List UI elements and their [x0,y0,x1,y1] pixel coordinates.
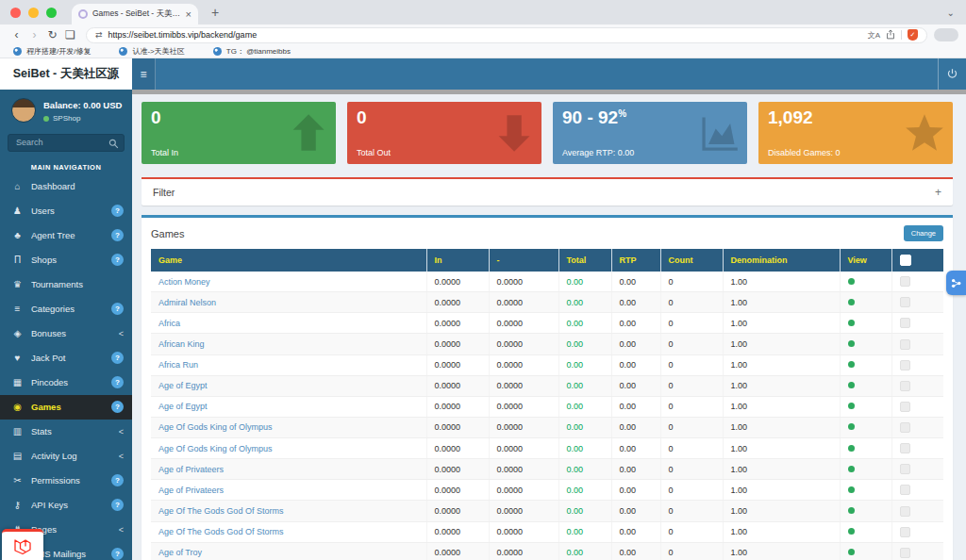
select-all-checkbox[interactable] [900,255,911,266]
cell-in: 0.0000 [426,459,489,480]
sidebar-item[interactable]: ♟ Users ? [0,199,132,223]
column-header[interactable]: In [426,249,489,272]
filter-panel[interactable]: Filter + [142,177,953,206]
row-checkbox[interactable] [900,381,910,391]
forward-button[interactable]: › [25,28,43,41]
sidebar-item[interactable]: ▥ Stats < [0,420,132,444]
sidebar-item[interactable]: ♣ Agent Tree ? [0,223,132,248]
row-checkbox[interactable] [900,402,910,412]
cell-out: 0.0000 [489,354,558,375]
stat-card-total-in[interactable]: 0 Total In [142,102,336,164]
column-header[interactable]: Game [151,249,426,272]
table-row: Action Money 0.0000 0.0000 0.00 0.00 0 1… [151,272,943,292]
stat-card-average-rtp[interactable]: 90 - 92% Average RTP: 0.00 [553,102,747,164]
sidebar-item[interactable]: ⌂ Dashboard [0,174,132,199]
reload-button[interactable]: ↻ [43,28,61,41]
sidebar-item[interactable]: ✂ Permissions ? [0,469,132,493]
sidebar-item[interactable]: ◈ Bonuses < [0,321,132,346]
game-link[interactable]: Age of Privateers [158,465,224,474]
game-link[interactable]: Age of Privateers [158,486,224,495]
sidebar-item[interactable]: Π Shops ? [0,248,132,272]
profile-placeholder[interactable] [934,28,958,41]
game-link[interactable]: Africa Run [158,360,198,370]
sidebar-toggle-button[interactable]: ≡ [132,58,156,90]
row-checkbox[interactable] [900,527,910,537]
row-checkbox[interactable] [900,506,910,517]
view-status-icon [848,486,855,493]
horizontal-scrollbar[interactable] [132,90,966,94]
back-button[interactable]: ‹ [8,28,25,41]
sidebar-item[interactable]: ⚷ API Keys ? [0,493,132,518]
new-tab-button[interactable]: + [211,5,219,20]
row-checkbox[interactable] [900,339,910,350]
logout-button[interactable] [938,58,966,90]
row-checkbox[interactable] [900,422,910,433]
row-checkbox[interactable] [900,548,910,558]
game-link[interactable]: Age Of The Gods God Of Storms [158,506,283,516]
search-input[interactable] [8,134,125,152]
cell-denomination: 1.00 [723,438,840,459]
bookmark-item[interactable]: 程序搭建/开发/修复 [13,46,91,57]
sidebar-item[interactable]: ≡ Categories ? [0,297,132,321]
column-header[interactable]: Denomination [723,249,840,272]
floating-share-button[interactable] [946,271,966,295]
game-link[interactable]: Action Money [158,277,210,287]
game-link[interactable]: Age Of The Gods God Of Storms [158,527,283,536]
minimize-window-button[interactable] [28,8,39,18]
change-button[interactable]: Change [904,225,943,241]
row-checkbox[interactable] [900,360,910,371]
address-bar[interactable]: ⇄ https://seibet.timibbs.vip/backend/gam… [86,27,927,43]
brand-logo[interactable]: SeiBet - 天美社区源 [0,58,132,90]
sidebar-item[interactable]: ♛ Tournaments [0,272,132,297]
view-status-icon [848,549,855,555]
tab-overview-chevron-icon[interactable]: ⌄ [947,8,955,18]
game-link[interactable]: Age Of Gods King of Olympus [158,422,273,432]
sidebar-item[interactable]: ▦ Pincodes ? [0,371,132,395]
close-window-button[interactable] [10,8,21,18]
translate-icon[interactable]: 文A [868,30,880,41]
row-checkbox[interactable] [900,443,910,453]
cell-denomination: 1.00 [723,272,840,292]
game-link[interactable]: Admiral Nelson [158,298,216,307]
cell-count: 0 [660,521,723,542]
game-link[interactable]: Age of Egypt [158,381,208,390]
share-icon[interactable] [886,29,895,41]
site-settings-icon[interactable]: ⇄ [95,30,103,40]
reading-list-icon[interactable]: ❏ [61,28,79,41]
tab-close-icon[interactable]: × [186,8,192,20]
bookmark-item[interactable]: TG： @tianmeibbs [213,46,291,57]
user-avatar[interactable] [11,98,36,123]
game-link[interactable]: Age of Egypt [158,402,208,411]
laravel-debugbar-toggle[interactable] [2,529,43,560]
game-link[interactable]: Age of Troy [158,548,202,557]
view-status-icon [848,340,855,347]
game-link[interactable]: Africa [158,319,180,328]
expand-filter-icon[interactable]: + [935,186,941,199]
cell-out: 0.0000 [489,272,558,292]
select-all-header[interactable] [891,249,943,272]
row-checkbox[interactable] [900,464,910,474]
row-checkbox[interactable] [900,318,910,328]
adblock-shield-icon[interactable]: ✓ [908,29,918,41]
game-link[interactable]: African King [158,339,205,349]
search-icon[interactable] [108,136,119,153]
browser-tab[interactable]: Games - SeiBet - 天美社区源 × [72,4,198,25]
game-link[interactable]: Age Of Gods King of Olympus [158,444,273,453]
sidebar-item[interactable]: ♥ Jack Pot ? [0,346,132,371]
column-header[interactable]: Total [558,249,611,272]
maximize-window-button[interactable] [46,8,57,18]
column-header[interactable]: View [840,249,891,272]
row-checkbox[interactable] [900,297,910,307]
stat-card-total-out[interactable]: 0 Total Out [347,102,541,164]
bookmark-item[interactable]: 认准->天美社区 [119,46,184,57]
row-checkbox[interactable] [900,276,910,287]
sidebar-item[interactable]: ▤ Activity Log < [0,444,132,469]
column-header[interactable]: Count [660,249,723,272]
stat-unit: % [618,108,626,119]
view-status-icon [848,278,855,285]
stat-card-disabled-games[interactable]: 1,092 Disabled Games: 0 [758,102,953,164]
column-header[interactable]: RTP [611,249,660,272]
row-checkbox[interactable] [900,485,910,495]
sidebar-item[interactable]: ◉ Games ? [0,395,132,420]
column-header[interactable]: - [489,249,558,272]
